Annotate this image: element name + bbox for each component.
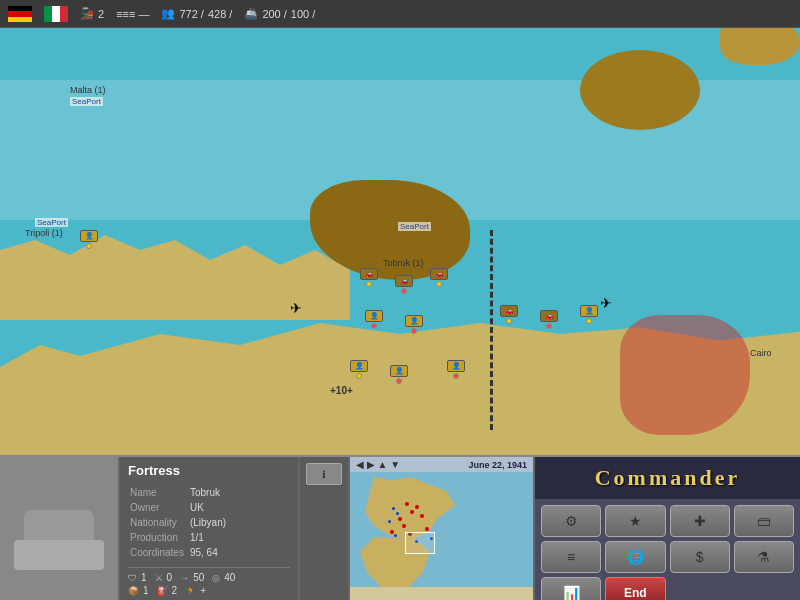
supply-info: ≡≡≡ — — [116, 8, 149, 20]
unit-title: Fortress — [128, 463, 290, 478]
inset-red-dot — [390, 530, 394, 534]
unit-east-1[interactable]: 🚗 — [500, 305, 518, 324]
top-bar: 🚂 2 ≡≡≡ — 👥 772 / 428 / 🚢 200 / 100 / — [0, 0, 800, 28]
inset-controls: ◀ ▶ ▲ ▼ — [356, 459, 400, 470]
tobruk-seaport-label: SeaPort — [398, 222, 431, 231]
research-button[interactable]: ⚗ — [734, 541, 794, 573]
tank-icon: 🚗 — [500, 305, 518, 317]
inset-red-dot — [405, 502, 409, 506]
stat-value-name: Tobruk — [190, 486, 230, 499]
stat-fuel: ⛽ 2 — [157, 585, 178, 596]
unit-dot — [411, 328, 417, 334]
unit-tripoli[interactable]: 👤 — [80, 230, 98, 249]
list-button[interactable]: ≡ — [541, 541, 601, 573]
storage-button[interactable]: 🗃 — [734, 505, 794, 537]
add-button[interactable]: ✚ — [670, 505, 730, 537]
inset-red-dot — [402, 524, 406, 528]
infantry-icon: 👤 — [447, 360, 465, 372]
infantry-info: 👥 772 / 428 / — [161, 7, 232, 20]
fortress-base — [14, 540, 104, 570]
stat-defense: 🛡 1 — [128, 572, 147, 583]
unit-dot — [371, 323, 377, 329]
stat-value-coords: 95, 64 — [190, 546, 230, 559]
commander-header: Commander — [535, 457, 800, 499]
unit-dot — [546, 323, 552, 329]
plane-1[interactable]: ✈ — [290, 300, 302, 316]
inset-red-dot — [398, 517, 402, 521]
unit-dot — [366, 281, 372, 287]
inset-blue-dot — [392, 507, 395, 510]
flag-germany — [8, 6, 32, 22]
stat-extra: 🏃 + — [185, 585, 206, 596]
stat-value-production: 1/1 — [190, 531, 230, 544]
stats-button[interactable]: 📊 — [541, 577, 601, 600]
unit-east-3[interactable]: 👤 — [580, 305, 598, 324]
unit-south-1[interactable]: 👤 — [350, 360, 368, 379]
stat-label: Production — [130, 531, 188, 544]
unit-tobruk-2[interactable]: 🚗 — [395, 275, 413, 294]
unit-controls-panel: ℹ — [300, 457, 350, 600]
gear-button[interactable]: ⚙ — [541, 505, 601, 537]
unit-info-top: 🚢 200 / 100 / — [244, 7, 315, 20]
border-line — [490, 230, 493, 430]
unit-stat-row: Nationality (Libyan) — [130, 516, 230, 529]
game-container: 🚂 2 ≡≡≡ — 👥 772 / 428 / 🚢 200 / 100 / — [0, 0, 800, 600]
unit-image-panel — [0, 457, 120, 600]
unit-dot — [396, 378, 402, 384]
unit-south-3[interactable]: 👤 — [447, 360, 465, 379]
unit-stat-row: Coordinates 95, 64 — [130, 546, 230, 559]
unit-dot — [86, 243, 92, 249]
flag-italy — [44, 6, 68, 22]
unit-tobruk-1[interactable]: 🚗 — [360, 268, 378, 287]
unit-east-2[interactable]: 🚗 — [540, 310, 558, 329]
economy-button[interactable]: $ — [670, 541, 730, 573]
unit-tobruk-3[interactable]: 🚗 — [430, 268, 448, 287]
unit-info-panel: Fortress Name Tobruk Owner UK Nationalit… — [120, 457, 300, 600]
tripoli-seaport-label: SeaPort — [35, 218, 68, 227]
infantry-icon: 👤 — [405, 315, 423, 327]
coord-marker: +10+ — [330, 385, 353, 396]
unit-mid-2[interactable]: 👤 — [405, 315, 423, 334]
unit-stats-table: Name Tobruk Owner UK Nationality (Libyan… — [128, 484, 232, 561]
unit-stat-row: Name Tobruk — [130, 486, 230, 499]
tank-icon: 🚗 — [360, 268, 378, 280]
tank-icon: 🚗 — [395, 275, 413, 287]
inset-blue-dot — [394, 534, 397, 537]
unit-stat-row: Production 1/1 — [130, 531, 230, 544]
train-count: 🚂 2 — [80, 7, 104, 20]
stat-move: → 50 — [180, 572, 204, 583]
map-canvas[interactable]: Malta (1) SeaPort Tripoli (1) SeaPort Se… — [0, 0, 800, 455]
highland-east — [580, 50, 700, 130]
star-button[interactable]: ★ — [605, 505, 665, 537]
stat-attack: ⚔ 0 — [155, 572, 173, 583]
unit-dot — [453, 373, 459, 379]
inset-map-area[interactable] — [350, 472, 533, 587]
unit-stat-row: Owner UK — [130, 501, 230, 514]
unit-mid-1[interactable]: 👤 — [365, 310, 383, 329]
info-button[interactable]: ℹ — [306, 463, 342, 485]
egypt-territory — [620, 315, 750, 435]
map-area[interactable]: Malta (1) SeaPort Tripoli (1) SeaPort Se… — [0, 0, 800, 455]
stat-supply: 📦 1 — [128, 585, 149, 596]
end-turn-button[interactable]: End — [605, 577, 665, 600]
malta-seaport-label: SeaPort — [70, 97, 103, 106]
stat-label: Coordinates — [130, 546, 188, 559]
inset-red-dot — [420, 514, 424, 518]
inset-red-dot — [425, 527, 429, 531]
inset-blue-dot — [396, 512, 399, 515]
commander-buttons: ⚙ ★ ✚ 🗃 ≡ 🌐 $ ⚗ 📊 End — [535, 499, 800, 600]
inset-header: ◀ ▶ ▲ ▼ June 22, 1941 — [350, 457, 533, 472]
unit-south-2[interactable]: 👤 — [390, 365, 408, 384]
bottom-panel: Fortress Name Tobruk Owner UK Nationalit… — [0, 455, 800, 600]
inset-red-dot — [410, 510, 414, 514]
unit-dot — [506, 318, 512, 324]
map-inset: ◀ ▶ ▲ ▼ June 22, 1941 — [350, 457, 535, 600]
infantry-icon: 👤 — [350, 360, 368, 372]
inset-red-dot — [415, 505, 419, 509]
fortress-image — [9, 490, 109, 570]
unit-dot — [356, 373, 362, 379]
infantry-icon: 👤 — [580, 305, 598, 317]
train-icon: 🚂 — [80, 7, 94, 20]
plane-2[interactable]: ✈ — [600, 295, 612, 311]
globe-button[interactable]: 🌐 — [605, 541, 665, 573]
